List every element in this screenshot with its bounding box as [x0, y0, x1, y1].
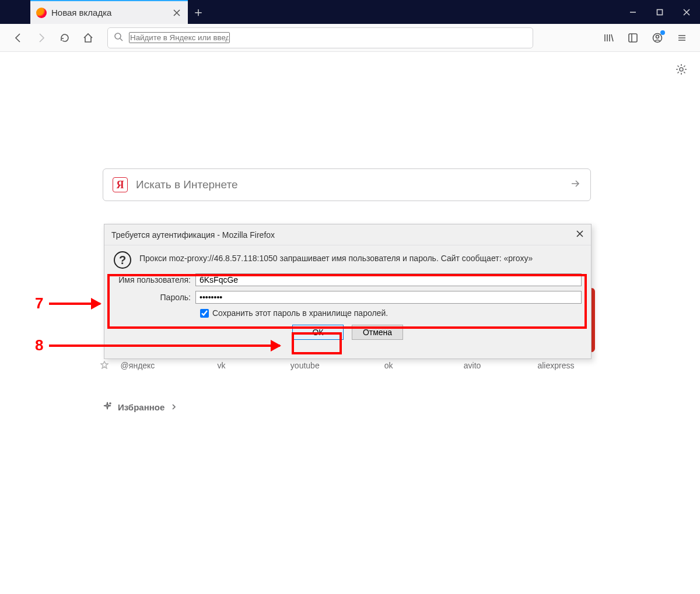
browser-titlebar: Новая вкладка ＋ — [0, 0, 700, 24]
svg-point-1 — [115, 33, 121, 39]
yandex-icon: Я — [113, 177, 128, 192]
auth-dialog: Требуется аутентификация - Mozilla Firef… — [104, 224, 592, 359]
quick-link[interactable]: youtube — [270, 361, 340, 370]
quick-link[interactable]: avito — [438, 361, 508, 370]
cancel-button[interactable]: Отмена — [352, 325, 403, 340]
tab-title: Новая вкладка — [51, 8, 111, 17]
svg-rect-0 — [657, 9, 663, 15]
annotation-label-8: 8 — [33, 336, 45, 354]
question-icon: ? — [114, 251, 131, 269]
maximize-button[interactable] — [646, 0, 673, 24]
password-input[interactable] — [195, 291, 582, 304]
svg-point-4 — [656, 35, 659, 38]
newtab-search-input[interactable] — [136, 178, 569, 191]
favorites-label: Избранное — [118, 402, 164, 412]
tab-close-button[interactable] — [172, 8, 182, 18]
search-icon — [114, 32, 123, 44]
svg-point-5 — [680, 68, 683, 71]
dialog-close-button[interactable] — [576, 230, 584, 240]
page-content: Я @яндекс vk youtube ok avito aliexpress… — [0, 52, 700, 594]
app-menu-button[interactable] — [672, 28, 692, 48]
dialog-titlebar: Требуется аутентификация - Mozilla Firef… — [104, 224, 591, 245]
minimize-button[interactable] — [620, 0, 646, 24]
username-input[interactable] — [195, 273, 582, 286]
quick-link[interactable]: aliexpress — [521, 361, 591, 370]
browser-toolbar — [0, 24, 700, 52]
sparkle-icon — [103, 402, 112, 413]
back-button[interactable] — [8, 28, 28, 48]
close-window-button[interactable] — [673, 0, 700, 24]
reload-button[interactable] — [55, 28, 75, 48]
quick-link[interactable]: ok — [354, 361, 424, 370]
annotation-arrow-8 — [49, 345, 280, 347]
account-button[interactable] — [648, 28, 667, 48]
dialog-title-text: Требуется аутентификация - Mozilla Firef… — [111, 230, 275, 240]
library-button[interactable] — [598, 28, 618, 48]
firefox-icon — [36, 8, 47, 18]
window-controls — [620, 0, 700, 24]
quick-link[interactable]: vk — [186, 361, 256, 370]
search-submit-icon[interactable] — [569, 178, 581, 192]
chevron-right-icon — [170, 402, 177, 412]
home-button[interactable] — [78, 28, 98, 48]
svg-point-6 — [110, 403, 111, 404]
favorites-heading[interactable]: Избранное — [103, 402, 177, 413]
ok-button[interactable]: ОК — [292, 325, 344, 340]
password-label: Пароль: — [114, 293, 195, 302]
quick-link[interactable]: @яндекс — [103, 361, 173, 370]
url-input[interactable] — [129, 32, 230, 43]
save-password-label: Сохранить этот пароль в хранилище пароле… — [212, 308, 388, 318]
forward-button[interactable] — [32, 28, 51, 48]
annotation-label-7: 7 — [33, 294, 45, 312]
quick-links-row: @яндекс vk youtube ok avito aliexpress — [103, 361, 591, 370]
notification-badge-icon — [660, 30, 665, 35]
customize-button[interactable] — [676, 64, 687, 78]
new-tab-button[interactable]: ＋ — [188, 0, 209, 24]
save-password-checkbox[interactable] — [200, 309, 209, 318]
url-bar[interactable] — [107, 27, 533, 48]
svg-rect-2 — [629, 34, 637, 42]
annotation-arrow-7 — [49, 303, 100, 305]
sidebar-button[interactable] — [623, 28, 643, 48]
tab-active[interactable]: Новая вкладка — [30, 0, 188, 24]
newtab-search-box[interactable]: Я — [103, 168, 591, 201]
dialog-message-text: Прокси moz-proxy://46.8.57.118:1050 запр… — [139, 251, 533, 264]
username-label: Имя пользователя: — [114, 275, 195, 284]
